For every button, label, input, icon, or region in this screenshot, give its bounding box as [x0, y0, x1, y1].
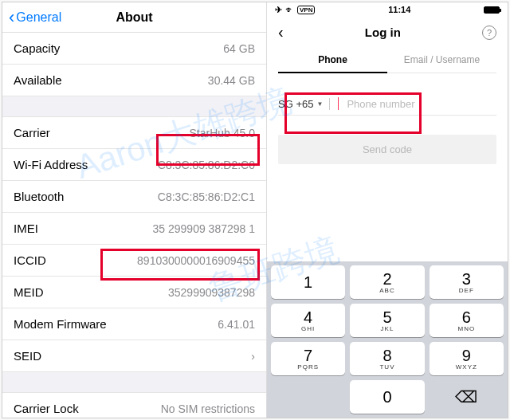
- row-label: IMEI: [14, 222, 38, 235]
- about-row[interactable]: SEID›: [2, 340, 266, 372]
- about-row[interactable]: CarrierStarHub 45.0: [2, 117, 266, 149]
- row-value: 64 GB: [223, 42, 255, 55]
- keypad-delete[interactable]: ⌫: [430, 380, 504, 414]
- row-value: C8:3C:85:86:D2:C0: [158, 159, 255, 171]
- keypad-key-1[interactable]: 1: [271, 265, 345, 299]
- login-title: Log in: [365, 26, 401, 39]
- row-label: Wi-Fi Address: [14, 158, 88, 171]
- keypad-key-3[interactable]: 3DEF: [430, 265, 504, 299]
- about-row[interactable]: Wi-Fi AddressC8:3C:85:86:D2:C0: [2, 149, 266, 181]
- row-value: C8:3C:85:86:D2:C1: [158, 190, 255, 203]
- row-value: 6.41.01: [218, 318, 255, 331]
- key-letters: ABC: [379, 287, 394, 294]
- row-value: StarHub 45.0: [190, 127, 256, 139]
- keypad-key-4[interactable]: 4GHI: [271, 304, 345, 337]
- key-number: 0: [382, 389, 391, 405]
- login-pane: ✈ ᯤ VPN 11:14 ‹ Log in ? Phone Email / U…: [267, 2, 508, 418]
- keypad-key-6[interactable]: 6MNO: [430, 304, 504, 337]
- key-letters: WXYZ: [456, 363, 477, 371]
- keypad-key-7[interactable]: 7PQRS: [271, 342, 345, 375]
- keypad-blank: [271, 380, 345, 414]
- key-number: 2: [382, 271, 391, 287]
- key-letters: TUV: [379, 363, 394, 371]
- keypad-key-2[interactable]: 2ABC: [350, 265, 424, 299]
- row-value: 35299909387298: [168, 286, 255, 299]
- keypad-key-0[interactable]: 0: [350, 380, 424, 414]
- dropdown-caret-icon: ▼: [316, 100, 323, 108]
- row-label: Modem Firmware: [14, 317, 107, 331]
- tab-phone[interactable]: Phone: [278, 48, 387, 73]
- key-number: 6: [462, 309, 471, 325]
- about-row[interactable]: MEID35299909387298: [2, 277, 266, 308]
- about-row[interactable]: Available30.44 GB: [2, 65, 266, 96]
- keypad-key-5[interactable]: 5JKL: [350, 304, 424, 337]
- section-gap: [2, 96, 266, 117]
- back-arrow-icon[interactable]: ‹: [278, 23, 284, 41]
- about-row[interactable]: IMEI35 299909 387298 1: [2, 213, 266, 245]
- battery-icon: [484, 6, 500, 14]
- login-tabs: Phone Email / Username: [267, 48, 508, 73]
- row-label: Carrier: [14, 126, 50, 139]
- help-icon[interactable]: ?: [482, 26, 496, 40]
- row-value: 35 299909 387298 1: [153, 222, 255, 235]
- back-button[interactable]: ‹ General: [2, 7, 61, 28]
- tab-email[interactable]: Email / Username: [387, 48, 496, 73]
- wifi-icon: ᯤ: [285, 5, 294, 14]
- row-label: Capacity: [14, 41, 60, 55]
- key-letters: JKL: [381, 325, 394, 332]
- row-value: ›: [251, 350, 255, 363]
- key-number: 4: [304, 309, 312, 325]
- ios-header: ‹ General About: [2, 2, 266, 33]
- keypad-key-8[interactable]: 8TUV: [350, 342, 424, 375]
- phone-input[interactable]: [339, 98, 496, 110]
- about-row[interactable]: ICCID8910300000016909455: [2, 245, 266, 277]
- row-label: Bluetooth: [14, 190, 64, 203]
- row-value: 30.44 GB: [208, 74, 255, 87]
- phone-input-row: SG +65 ▼: [278, 97, 496, 116]
- key-number: 3: [462, 271, 471, 287]
- country-code-label: SG +65: [278, 98, 313, 110]
- settings-about-pane: ‹ General About Capacity64 GBAvailable30…: [2, 2, 267, 418]
- key-number: 9: [462, 347, 471, 363]
- key-number: 7: [304, 347, 312, 363]
- row-label: ICCID: [14, 253, 46, 267]
- vpn-badge: VPN: [297, 6, 315, 14]
- back-chevron-icon: ‹: [9, 7, 14, 28]
- row-value: 8910300000016909455: [137, 254, 255, 267]
- section-gap: [2, 372, 266, 393]
- page-title: About: [116, 10, 152, 25]
- about-list[interactable]: Capacity64 GBAvailable30.44 GBCarrierSta…: [2, 33, 266, 418]
- about-row[interactable]: BluetoothC8:3C:85:86:D2:C1: [2, 181, 266, 213]
- country-code-selector[interactable]: SG +65 ▼: [278, 98, 330, 110]
- row-label: SEID: [14, 349, 41, 363]
- key-letters: GHI: [301, 325, 315, 332]
- back-label: General: [16, 10, 61, 25]
- airplane-icon: ✈: [275, 5, 282, 15]
- row-label: Carrier Lock: [14, 402, 79, 415]
- about-row[interactable]: Carrier LockNo SIM restrictions: [2, 393, 266, 418]
- key-number: 1: [304, 274, 312, 290]
- keypad-key-9[interactable]: 9WXYZ: [430, 342, 504, 375]
- row-label: Available: [14, 73, 62, 87]
- key-number: 8: [382, 347, 391, 363]
- row-value: No SIM restrictions: [161, 402, 255, 415]
- key-number: 5: [382, 309, 391, 325]
- status-bar: ✈ ᯤ VPN 11:14: [267, 2, 508, 17]
- about-row[interactable]: Modem Firmware6.41.01: [2, 308, 266, 340]
- numeric-keypad: 12ABC3DEF4GHI5JKL6MNO7PQRS8TUV9WXYZ0⌫: [267, 261, 508, 418]
- row-label: MEID: [14, 285, 44, 299]
- login-header: ‹ Log in ?: [267, 17, 508, 48]
- send-code-button[interactable]: Send code: [278, 135, 496, 164]
- key-letters: DEF: [459, 287, 474, 294]
- status-time: 11:14: [388, 5, 410, 14]
- key-letters: PQRS: [297, 363, 319, 371]
- about-row[interactable]: Capacity64 GB: [2, 33, 266, 65]
- key-letters: MNO: [457, 325, 475, 332]
